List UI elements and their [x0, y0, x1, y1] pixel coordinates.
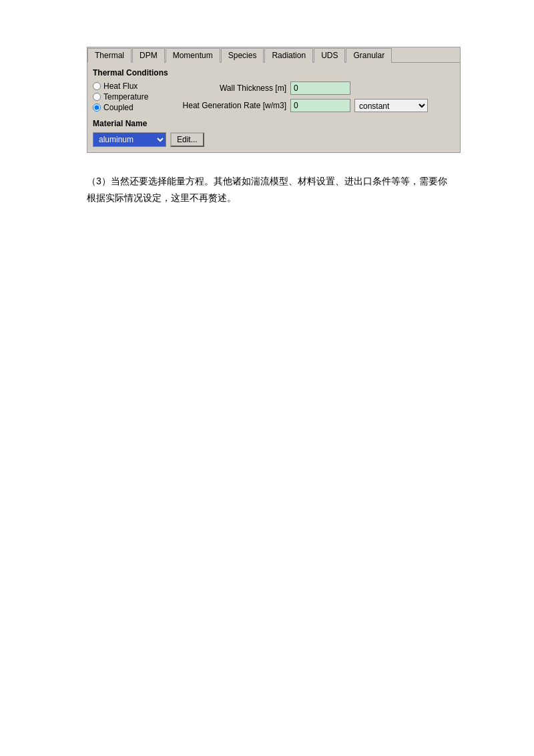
tab-species[interactable]: Species: [221, 48, 264, 63]
radio-heatflux-label: Heat Flux: [103, 81, 138, 91]
tab-bar: Thermal DPM Momentum Species Radiation U…: [87, 47, 460, 63]
heat-generation-row: Heat Generation Rate [w/m3] constant: [173, 99, 455, 112]
tab-uds[interactable]: UDS: [314, 48, 345, 63]
conditions-layout: Heat Flux Temperature Coupled Wall Thick…: [93, 81, 455, 112]
radio-item-heatflux: Heat Flux: [93, 81, 160, 91]
wall-thickness-row: Wall Thickness [m]: [173, 81, 455, 95]
tab-thermal[interactable]: Thermal: [87, 48, 131, 63]
heat-generation-label: Heat Generation Rate [w/m3]: [173, 101, 286, 110]
tab-granular[interactable]: Granular: [346, 48, 392, 63]
tab-content-thermal: Thermal Conditions Heat Flux Temperature: [87, 63, 460, 152]
wall-thickness-label: Wall Thickness [m]: [173, 83, 286, 93]
material-select[interactable]: aluminum: [93, 132, 166, 147]
tab-momentum[interactable]: Momentum: [166, 48, 220, 63]
thermal-conditions-title: Thermal Conditions: [93, 68, 455, 77]
edit-button[interactable]: Edit...: [170, 132, 204, 147]
fields-group: Wall Thickness [m] Heat Generation Rate …: [173, 81, 455, 112]
material-name-title: Material Name: [93, 119, 455, 128]
tab-radiation[interactable]: Radiation: [264, 48, 313, 63]
material-section: Material Name aluminum Edit...: [93, 119, 455, 147]
radio-coupled-label: Coupled: [103, 103, 134, 112]
radio-item-temperature: Temperature: [93, 92, 160, 102]
radio-item-coupled: Coupled: [93, 103, 160, 112]
radio-temperature[interactable]: [93, 93, 101, 101]
material-row: aluminum Edit...: [93, 132, 455, 147]
radio-group-thermal: Heat Flux Temperature Coupled: [93, 81, 160, 112]
radio-temperature-label: Temperature: [103, 92, 148, 102]
radio-heatflux[interactable]: [93, 82, 101, 90]
tab-dpm[interactable]: DPM: [132, 48, 165, 63]
constant-dropdown[interactable]: constant: [354, 99, 428, 112]
radio-coupled[interactable]: [93, 104, 101, 112]
wall-thickness-input[interactable]: [290, 81, 350, 95]
description-text: （3）当然还要选择能量方程。其他诸如湍流模型、材料设置、进出口条件等等，需要你根…: [87, 173, 447, 206]
tab-panel: Thermal DPM Momentum Species Radiation U…: [87, 47, 461, 153]
heat-generation-input[interactable]: [290, 99, 350, 112]
